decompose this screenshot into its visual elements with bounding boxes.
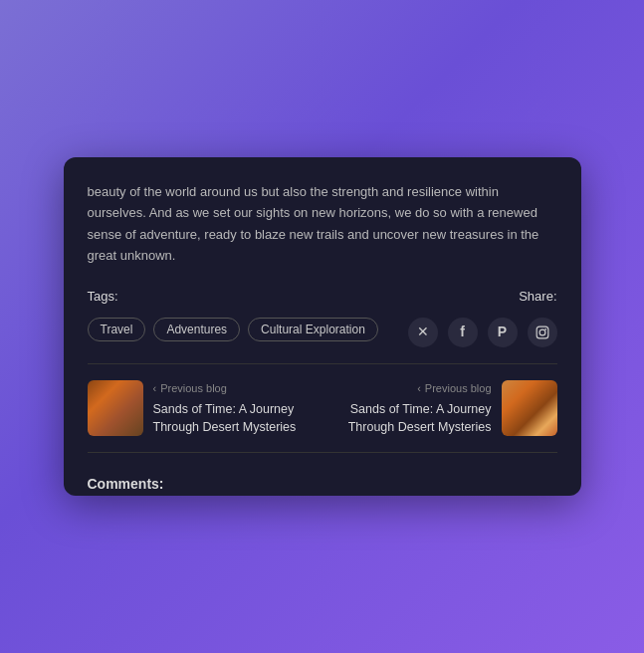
facebook-icon[interactable]: f xyxy=(448,318,478,347)
blog-nav-row: ‹ Previous blog Sands of Time: A Journey… xyxy=(88,380,557,437)
prev-blog-right[interactable]: ‹ Previous blog Sands of Time: A Journey… xyxy=(328,380,557,437)
prev-blog-left[interactable]: ‹ Previous blog Sands of Time: A Journey… xyxy=(88,380,317,437)
prev-blog-right-title: Sands of Time: A Journey Through Desert … xyxy=(328,401,492,436)
tags-row: Travel Adventures Cultural Exploration xyxy=(88,318,378,341)
arrow-left-icon: ‹ xyxy=(153,380,157,398)
tag-travel[interactable]: Travel xyxy=(88,318,146,341)
svg-point-2 xyxy=(544,327,546,329)
share-label: Share: xyxy=(519,287,556,308)
tags-share-section: Tags: Travel Adventures Cultural Explora… xyxy=(88,287,557,347)
prev-label-left: ‹ Previous blog xyxy=(153,380,317,398)
arrow-right-icon: ‹ xyxy=(417,380,421,398)
share-icons-row: ✕ f P xyxy=(408,318,557,347)
canyon-thumbnail xyxy=(88,380,143,436)
prev-label-right: ‹ Previous blog xyxy=(328,380,492,398)
tags-label: Tags: xyxy=(88,287,378,308)
share-section: Share: ✕ f P xyxy=(408,287,557,347)
prev-blog-left-title: Sands of Time: A Journey Through Desert … xyxy=(153,401,317,436)
tags-section: Tags: Travel Adventures Cultural Explora… xyxy=(88,287,378,341)
svg-point-1 xyxy=(539,329,545,335)
tag-adventures[interactable]: Adventures xyxy=(153,318,240,341)
pinterest-icon[interactable]: P xyxy=(488,318,518,347)
instagram-icon[interactable] xyxy=(528,318,557,347)
prev-blog-left-text: ‹ Previous blog Sands of Time: A Journey… xyxy=(153,380,317,437)
svg-rect-0 xyxy=(537,326,548,338)
desert-thumbnail xyxy=(502,380,557,436)
prev-blog-right-thumb xyxy=(502,380,557,436)
divider-top xyxy=(88,363,557,364)
divider-bottom xyxy=(88,452,557,453)
comments-section: Comments: J Jonas Davis xyxy=(88,473,557,496)
prev-blog-right-text: ‹ Previous blog Sands of Time: A Journey… xyxy=(328,380,492,437)
blog-card: beauty of the world around us but also t… xyxy=(64,157,581,496)
x-twitter-icon[interactable]: ✕ xyxy=(408,318,438,347)
prev-blog-left-thumb xyxy=(88,380,143,436)
comments-label: Comments: xyxy=(88,473,557,495)
tag-cultural-exploration[interactable]: Cultural Exploration xyxy=(248,318,378,341)
body-text: beauty of the world around us but also t… xyxy=(88,181,557,267)
